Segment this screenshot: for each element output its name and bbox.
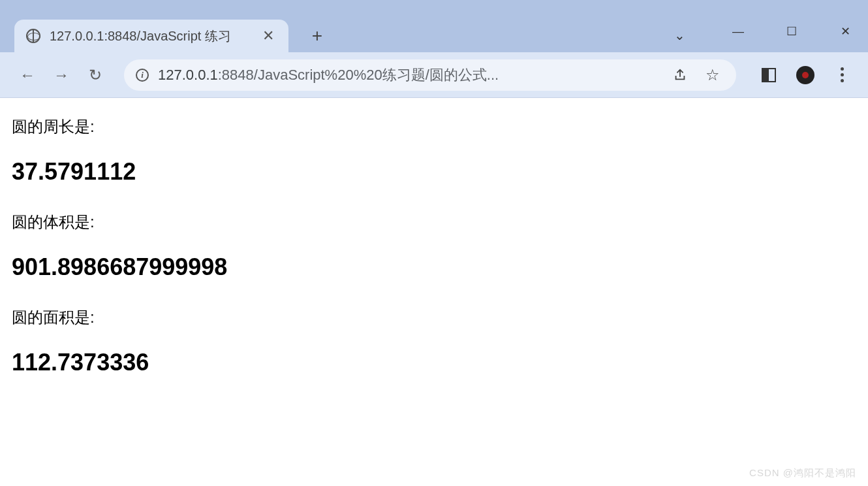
url-text: 127.0.0.1:8848/JavaScript%20%20练习题/圆的公式.… xyxy=(158,65,659,85)
globe-icon xyxy=(26,29,40,43)
share-icon[interactable] xyxy=(668,63,692,87)
area-label: 圆的面积是: xyxy=(12,307,856,328)
forward-button[interactable]: → xyxy=(48,62,74,88)
window-controls: — ☐ ✕ xyxy=(723,18,860,44)
volume-label: 圆的体积是: xyxy=(12,212,856,233)
url-path: :8848/JavaScript%20%20练习题/圆的公式... xyxy=(218,67,499,83)
minimize-button[interactable]: — xyxy=(723,18,753,44)
maximize-button[interactable]: ☐ xyxy=(777,18,807,44)
new-tab-button[interactable]: + xyxy=(302,20,333,52)
reload-button[interactable]: ↻ xyxy=(82,62,108,88)
tab-strip: 127.0.0.1:8848/JavaScript 练习 ✕ + ⌄ — ☐ ✕ xyxy=(0,10,868,52)
menu-button[interactable] xyxy=(830,63,854,87)
url-host: 127.0.0.1 xyxy=(158,67,218,83)
volume-value: 901.8986687999998 xyxy=(12,253,856,281)
toolbar-right-actions xyxy=(752,63,854,87)
plus-icon: + xyxy=(312,25,322,46)
panel-icon[interactable] xyxy=(757,63,781,87)
browser-toolbar: ← → ↻ i 127.0.0.1:8848/JavaScript%20%20练… xyxy=(0,52,868,98)
watermark: CSDN @鸿阳不是鸿阳 xyxy=(749,467,856,479)
address-bar[interactable]: i 127.0.0.1:8848/JavaScript%20%20练习题/圆的公… xyxy=(124,59,736,91)
star-icon[interactable]: ☆ xyxy=(701,63,724,87)
titlebar-spacer xyxy=(0,0,868,10)
circumference-value: 37.5791112 xyxy=(12,158,856,186)
close-window-button[interactable]: ✕ xyxy=(830,18,860,44)
area-value: 112.7373336 xyxy=(12,349,856,376)
back-button[interactable]: ← xyxy=(14,62,40,88)
record-icon[interactable] xyxy=(794,63,817,87)
browser-tab[interactable]: 127.0.0.1:8848/JavaScript 练习 ✕ xyxy=(14,20,288,52)
page-content: 圆的周长是: 37.5791112 圆的体积是: 901.89866879999… xyxy=(0,98,868,486)
circumference-label: 圆的周长是: xyxy=(12,116,856,137)
chevron-down-icon[interactable]: ⌄ xyxy=(674,27,685,43)
close-tab-button[interactable]: ✕ xyxy=(258,26,278,46)
tab-title: 127.0.0.1:8848/JavaScript 练习 xyxy=(50,27,249,45)
site-info-icon[interactable]: i xyxy=(136,69,149,82)
